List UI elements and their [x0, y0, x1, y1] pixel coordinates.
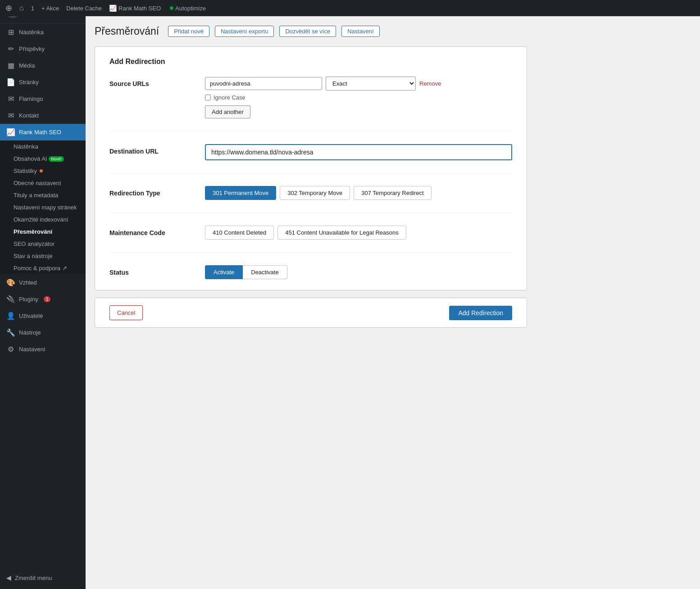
submenu-tituly[interactable]: Tituly a metadata [0, 189, 86, 201]
autoptimize-dot [170, 6, 173, 10]
new-badge: Nové! [49, 156, 64, 162]
submenu-obecne[interactable]: Obecné nastavení [0, 177, 86, 189]
add-redirection-form: Add Redirection Source URLs Exact Contai… [95, 46, 527, 290]
rank-math-submenu: Nástěnka Obsahová AI Nové! Statistiky Ob… [0, 140, 86, 274]
ignore-case-label: Ignore Case [214, 94, 245, 101]
submenu-stav[interactable]: Stav a nástroje [0, 250, 86, 262]
uzivatele-icon: 👤 [6, 312, 15, 320]
add-redirection-button[interactable]: Add Redirection [449, 306, 512, 320]
status-fields: Activate Deactivate [205, 265, 512, 279]
rank-math-icon: 📈 [6, 128, 15, 136]
maintenance-code-fields: 410 Content Deleted 451 Content Unavaila… [205, 226, 512, 240]
form-title: Add Redirection [109, 58, 512, 66]
vzhled-icon: 🎨 [6, 278, 15, 287]
ignore-case-row: Ignore Case [205, 94, 512, 101]
status-buttons-group: Activate Deactivate [205, 265, 512, 279]
maint-buttons-group: 410 Content Deleted 451 Content Unavaila… [205, 226, 512, 240]
nastroje-icon: 🔧 [6, 328, 15, 337]
sidebar-item-nastaveni[interactable]: ⚙ Nastavení [0, 341, 86, 358]
source-urls-fields: Exact Contains Starts With Ends With Reg… [205, 77, 512, 118]
settings-button[interactable]: Nastavení [341, 26, 380, 37]
nastaveni-icon: ⚙ [6, 345, 15, 353]
destination-url-section: Destination URL [109, 144, 512, 160]
page-title: Přesměrování [95, 25, 159, 37]
prispevky-icon: ✏ [6, 45, 15, 53]
ignore-case-checkbox[interactable] [205, 95, 211, 100]
sidebar-item-rank-math[interactable]: 📈 Rank Math SEO [0, 124, 86, 140]
sidebar-item-prispevky[interactable]: ✏ Příspěvky [0, 41, 86, 57]
export-settings-button[interactable]: Nastavení exportu [215, 26, 274, 37]
stranky-icon: 📄 [6, 78, 15, 86]
deactivate-button[interactable]: Deactivate [243, 265, 287, 279]
type-301-button[interactable]: 301 Permanent Move [205, 186, 276, 200]
sidebar-item-nastroje[interactable]: 🔧 Nástroje [0, 324, 86, 341]
status-label: Status [109, 265, 191, 276]
statistiky-dot [40, 169, 43, 172]
submenu-indexovani[interactable]: Okamžité indexování [0, 213, 86, 226]
type-302-button[interactable]: 302 Temporary Move [280, 186, 350, 200]
maintenance-code-label: Maintenance Code [109, 226, 191, 236]
cancel-button[interactable]: Cancel [109, 305, 143, 320]
source-match-select[interactable]: Exact Contains Starts With Ends With Reg… [326, 77, 416, 91]
redirection-type-section: Redirection Type 301 Permanent Move 302 … [109, 186, 512, 200]
status-section: Status Activate Deactivate [109, 265, 512, 279]
sidebar-item-stranky[interactable]: 📄 Stránky [0, 74, 86, 91]
main-content: Přesměrování Přidat nové Nastavení expor… [86, 16, 536, 337]
source-url-row: Exact Contains Starts With Ends With Reg… [205, 77, 512, 91]
destination-input[interactable] [205, 144, 512, 160]
divider-4 [109, 252, 512, 253]
reduce-menu-btn[interactable]: ◀ Zmenšit menu [0, 570, 86, 585]
learn-more-button[interactable]: Dozvědět se více [279, 26, 336, 37]
sidebar: ⊕ ⌂ ⊞ Nástěnka ✏ Příspěvky ▦ Média 📄 Str… [0, 0, 86, 589]
sidebar-bottom: ◀ Zmenšit menu [0, 570, 86, 589]
activate-button[interactable]: Activate [205, 265, 243, 279]
submenu-mapy[interactable]: Nastavení mapy stránek [0, 201, 86, 213]
destination-url-field [205, 144, 512, 160]
source-urls-section: Source URLs Exact Contains Starts With E… [109, 77, 512, 118]
submenu-statistiky[interactable]: Statistiky [0, 165, 86, 177]
remove-link[interactable]: Remove [419, 80, 441, 87]
add-another-button[interactable]: Add another [205, 105, 250, 118]
sidebar-item-flamingo[interactable]: ✉ Flamingo [0, 91, 86, 107]
sidebar-item-pluginy[interactable]: 🔌 Pluginy 1 [0, 291, 86, 308]
type-307-button[interactable]: 307 Temporary Redirect [354, 186, 432, 200]
add-new-button[interactable]: Přidat nové [168, 26, 209, 37]
submenu-obsahova-ai[interactable]: Obsahová AI Nové! [0, 153, 86, 165]
divider-2 [109, 173, 512, 173]
submenu-nastenko[interactable]: Nástěnka [0, 140, 86, 153]
sidebar-item-uzivatele[interactable]: 👤 Uživatelé [0, 308, 86, 324]
maintenance-code-section: Maintenance Code 410 Content Deleted 451… [109, 226, 512, 240]
type-buttons-group: 301 Permanent Move 302 Temporary Move 30… [205, 186, 512, 200]
kontakt-icon: ✉ [6, 111, 15, 120]
redirection-type-label: Redirection Type [109, 186, 191, 197]
destination-url-label: Destination URL [109, 144, 191, 155]
updates-link[interactable]: 1 [31, 5, 34, 12]
maint-451-button[interactable]: 451 Content Unavailable for Legal Reason… [277, 226, 406, 240]
wp-logo[interactable]: ⊕ [5, 3, 12, 13]
source-input[interactable] [205, 77, 322, 90]
page-header: Přesměrování Přidat nové Nastavení expor… [95, 25, 527, 37]
autoptimize-topbar[interactable]: Autoptimize [168, 5, 206, 12]
sidebar-item-vzhled[interactable]: 🎨 Vzhled [0, 274, 86, 291]
divider-3 [109, 213, 512, 213]
delete-cache-btn[interactable]: Delete Cache [66, 5, 102, 12]
maint-410-button[interactable]: 410 Content Deleted [205, 226, 274, 240]
divider-1 [109, 131, 512, 131]
pluginy-badge: 1 [44, 296, 51, 302]
topbar: ⊕ ⌂ 1 + Akce Delete Cache 📈 Rank Math SE… [0, 0, 700, 16]
submenu-pomoc[interactable]: Pomoc & podpora ↗ [0, 262, 86, 274]
submenu-seo-analyzator[interactable]: SEO analyzátor [0, 238, 86, 250]
sidebar-item-kontakt[interactable]: ✉ Kontakt [0, 107, 86, 124]
media-icon: ▦ [6, 61, 15, 70]
submenu-presmerovani[interactable]: Přesměrování [0, 226, 86, 238]
main-wrapper: Přesměrování Přidat nové Nastavení expor… [86, 16, 700, 589]
rank-math-topbar[interactable]: 📈 Rank Math SEO [109, 5, 161, 12]
sidebar-item-nastenko[interactable]: ⊞ Nástěnka [0, 24, 86, 41]
akce-menu[interactable]: + Akce [41, 5, 59, 12]
home-link[interactable]: ⌂ [19, 4, 24, 12]
form-actions: Cancel Add Redirection [95, 298, 527, 328]
sidebar-item-media[interactable]: ▦ Média [0, 57, 86, 74]
reduce-icon: ◀ [6, 574, 11, 581]
nastenko-icon: ⊞ [6, 28, 15, 36]
redirection-type-fields: 301 Permanent Move 302 Temporary Move 30… [205, 186, 512, 200]
